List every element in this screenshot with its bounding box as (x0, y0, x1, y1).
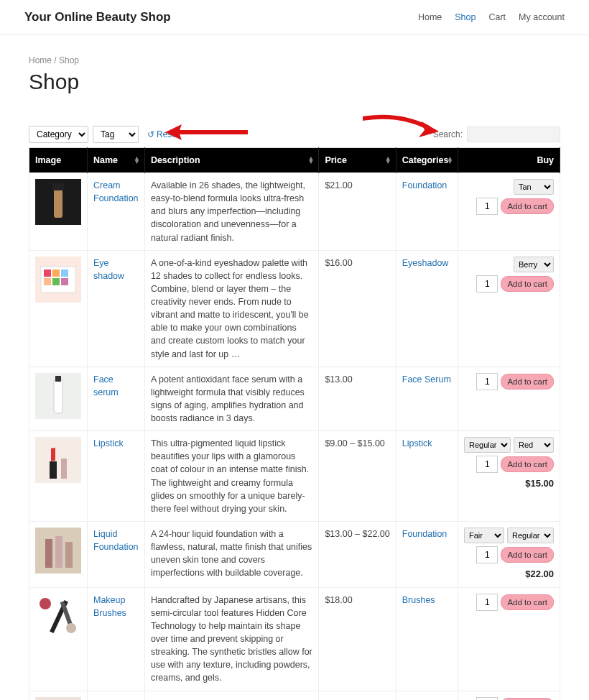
toolbar: Category Tag ↺ Reset Search: (29, 126, 560, 143)
quantity-input[interactable] (476, 456, 498, 473)
col-price[interactable]: Price▲▼ (319, 148, 396, 173)
nav-cart[interactable]: Cart (488, 12, 506, 22)
col-categories[interactable]: Categories▲▼ (396, 148, 458, 173)
product-description: This ultra-pigmented liquid lipstick bea… (144, 431, 319, 522)
product-price: $13.00 (319, 367, 396, 431)
quantity-input[interactable] (476, 697, 498, 700)
product-price: $16.00 (319, 250, 396, 367)
products-table: Image Name▲▼ Description▲▼ Price▲▼ Categ… (29, 147, 560, 700)
variation-select[interactable]: Regular (464, 437, 511, 453)
table-row: MascaraBring the drama with lash-lengthe… (29, 691, 560, 700)
quantity-input[interactable] (476, 594, 498, 611)
buy-controls: Add to cart (464, 373, 554, 390)
col-name[interactable]: Name▲▼ (88, 148, 145, 173)
product-thumbnail[interactable] (35, 594, 81, 640)
product-category-link[interactable]: Eyeshadow (402, 258, 449, 268)
add-to-cart-button[interactable]: Add to cart (501, 374, 554, 390)
search-input[interactable] (467, 126, 560, 142)
svg-rect-10 (61, 278, 68, 285)
svg-rect-27 (35, 697, 81, 700)
product-description: A 24-hour liquid foundation with a flawl… (144, 521, 319, 587)
product-price: $9.00 (319, 691, 396, 700)
svg-rect-1 (54, 186, 62, 218)
table-row: Liquid FoundationA 24-hour liquid founda… (29, 521, 560, 587)
primary-nav: Home Shop Cart My account (418, 12, 565, 22)
variation-select[interactable]: Berry (514, 257, 554, 272)
product-name-link[interactable]: Liquid Foundation (93, 529, 139, 552)
svg-rect-9 (52, 278, 60, 285)
nav-shop[interactable]: Shop (455, 12, 476, 22)
product-description: A potent antioxidant face serum with a l… (144, 367, 319, 431)
buy-controls: Add to cart (464, 697, 554, 700)
category-filter[interactable]: Category (29, 126, 88, 143)
product-category-link[interactable]: Face Serum (402, 374, 451, 384)
tag-filter[interactable]: Tag (93, 126, 139, 143)
svg-rect-13 (55, 376, 61, 382)
table-row: Eye shadowA one-of-a-kind eyeshadow pale… (29, 250, 560, 367)
buy-price: $22.00 (525, 568, 554, 581)
col-image[interactable]: Image (29, 148, 88, 173)
sort-icon: ▲▼ (447, 157, 453, 165)
svg-rect-19 (45, 539, 52, 568)
annotation-arrow-right (363, 113, 442, 142)
svg-rect-7 (61, 270, 68, 277)
variation-select[interactable]: Fair (464, 528, 504, 543)
sort-icon: ▲▼ (134, 157, 140, 165)
table-row: Cream FoundationAvailable in 26 shades, … (29, 173, 560, 251)
product-thumbnail[interactable] (35, 179, 81, 225)
product-name-link[interactable]: Makeup Brushes (93, 595, 126, 618)
nav-account[interactable]: My account (519, 12, 565, 22)
product-price: $21.00 (319, 173, 396, 251)
reset-button[interactable]: ↺ Reset (147, 129, 179, 139)
product-description: A one-of-a-kind eyeshadow palette with 1… (144, 250, 319, 367)
svg-rect-21 (65, 542, 73, 568)
quantity-input[interactable] (476, 373, 498, 390)
buy-controls: Add to cart (464, 594, 554, 611)
product-thumbnail[interactable] (35, 373, 81, 419)
product-name-link[interactable]: Face serum (93, 374, 119, 397)
product-name-link[interactable]: Eye shadow (93, 258, 124, 281)
col-description[interactable]: Description▲▼ (144, 148, 319, 173)
add-to-cart-button[interactable]: Add to cart (501, 594, 554, 610)
svg-rect-16 (51, 448, 55, 461)
product-name-link[interactable]: Cream Foundation (93, 180, 139, 203)
svg-rect-6 (52, 270, 60, 277)
product-description: Available in 26 shades, the lightweight,… (144, 173, 319, 251)
product-thumbnail[interactable] (35, 257, 81, 303)
variation-select[interactable]: Regular (507, 528, 554, 543)
svg-rect-20 (55, 536, 62, 568)
product-category-link[interactable]: Lipstick (402, 438, 432, 448)
quantity-input[interactable] (476, 275, 498, 293)
svg-rect-12 (54, 379, 62, 413)
product-thumbnail[interactable] (35, 697, 81, 700)
add-to-cart-button[interactable]: Add to cart (501, 456, 554, 472)
add-to-cart-button[interactable]: Add to cart (501, 198, 554, 214)
product-category-link[interactable]: Foundation (402, 180, 447, 190)
product-category-link[interactable]: Foundation (402, 529, 447, 539)
product-price: $18.00 (319, 587, 396, 691)
sort-icon: ▲▼ (307, 157, 314, 165)
add-to-cart-button[interactable]: Add to cart (501, 547, 554, 563)
quantity-input[interactable] (476, 198, 498, 215)
buy-controls: RegularRed Add to cart $15.00 (464, 437, 554, 491)
nav-home[interactable]: Home (418, 12, 442, 22)
product-thumbnail[interactable] (35, 437, 81, 483)
sort-icon: ▲▼ (385, 157, 391, 165)
product-price: $13.00 – $22.00 (319, 521, 396, 587)
table-row: Face serumA potent antioxidant face seru… (29, 367, 560, 431)
product-thumbnail[interactable] (35, 528, 81, 574)
quantity-input[interactable] (476, 546, 498, 563)
add-to-cart-button[interactable]: Add to cart (501, 698, 554, 700)
site-title: Your Online Beauty Shop (24, 10, 171, 24)
variation-select[interactable]: Red (514, 437, 554, 453)
product-category-link[interactable]: Brushes (402, 595, 435, 605)
svg-rect-5 (44, 270, 51, 277)
svg-point-26 (66, 623, 76, 633)
svg-rect-8 (44, 278, 51, 285)
product-price: $9.00 – $15.00 (319, 431, 396, 522)
search-box: Search: (433, 126, 560, 142)
variation-select[interactable]: Tan (514, 179, 554, 195)
add-to-cart-button[interactable]: Add to cart (501, 276, 554, 292)
product-name-link[interactable]: Lipstick (93, 438, 124, 448)
buy-price: $15.00 (525, 477, 554, 491)
